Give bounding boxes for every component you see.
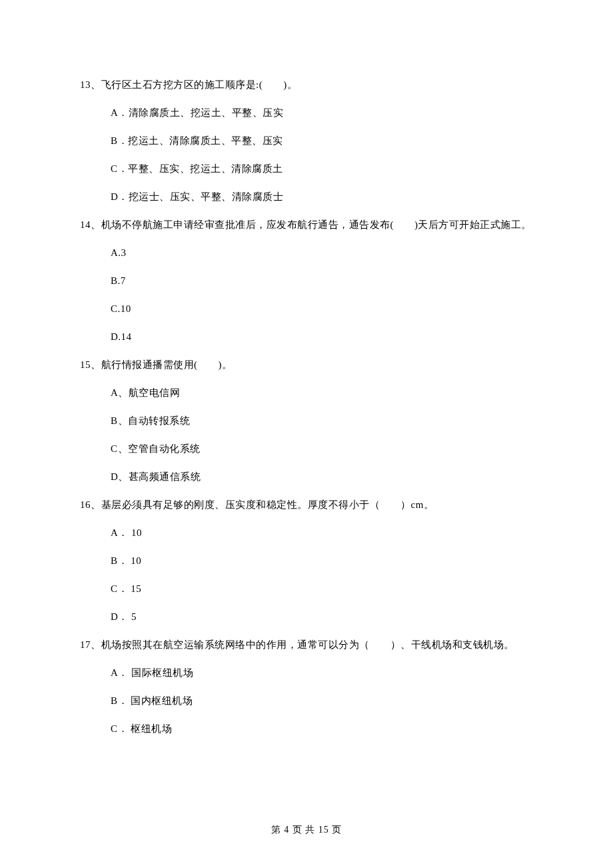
question-stem: 17、机场按照其在航空运输系统网络中的作用，通常可以分为（ ）、干线机场和支钱机… [80, 637, 533, 653]
question-stem: 15、航行情报通播需使用( )。 [80, 357, 533, 373]
question-stem: 16、基层必须具有足够的刚度、压实度和稳定性。厚度不得小于（ ）cm。 [80, 497, 533, 513]
option-a: A．清除腐质土、挖运土、平整、压实 [111, 105, 533, 121]
option-c: C.10 [111, 301, 533, 317]
option-c: C． 15 [111, 581, 533, 597]
option-b: B． 国内枢纽机场 [111, 693, 533, 709]
option-d: D．挖运士、压实、平整、清除腐质士 [111, 189, 533, 205]
option-a: A． 10 [111, 525, 533, 541]
question-stem: 13、飞行区土石方挖方区的施工顺序是:( )。 [80, 77, 533, 93]
option-b: B．挖运土、清除腐质土、平整、压实 [111, 133, 533, 149]
option-b: B． 10 [111, 553, 533, 569]
page-footer: 第 4 页 共 15 页 [0, 824, 613, 836]
option-c: C、空管自动化系统 [111, 441, 533, 457]
option-c: C．平整、压实、挖运土、清除腐质土 [111, 161, 533, 177]
option-d: D、甚高频通信系统 [111, 469, 533, 485]
option-d: D． 5 [111, 609, 533, 625]
option-a: A、航空电信网 [111, 385, 533, 401]
option-c: C． 枢纽机场 [111, 721, 533, 737]
option-d: D.14 [111, 329, 533, 345]
option-b: B、自动转报系统 [111, 413, 533, 429]
option-b: B.7 [111, 273, 533, 289]
page-content: 13、飞行区土石方挖方区的施工顺序是:( )。 A．清除腐质土、挖运土、平整、压… [0, 0, 613, 737]
question-stem: 14、机场不停航施工申请经审查批准后，应发布航行通告，通告发布( )天后方可开始… [80, 217, 533, 233]
option-a: A.3 [111, 245, 533, 261]
option-a: A． 国际枢纽机场 [111, 665, 533, 681]
